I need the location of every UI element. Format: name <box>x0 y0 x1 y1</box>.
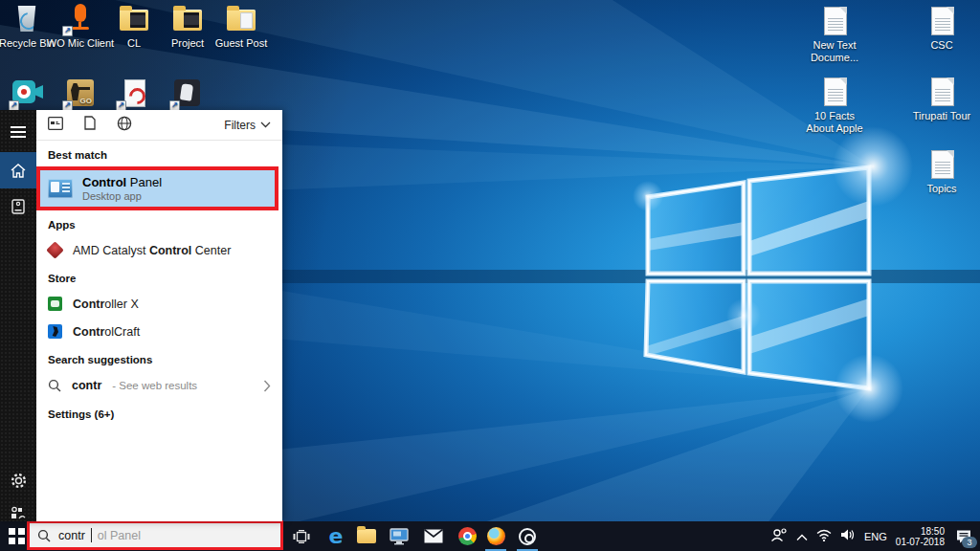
windows-desktop-screen: Recycle Bin ↗ WO Mic Client CL Project G… <box>0 0 980 551</box>
globe-icon <box>117 116 132 131</box>
search-home-button[interactable] <box>0 152 36 188</box>
action-center-button[interactable]: 3 <box>953 526 974 547</box>
folder-icon <box>173 10 202 31</box>
desktop-icon-10-facts[interactable]: 10 Facts About Apple <box>798 77 871 134</box>
notification-badge: 3 <box>962 537 977 548</box>
search-icon <box>37 529 51 542</box>
taskbar: contr ol Panel e <box>0 521 980 551</box>
annotation-red-box: Control Panel Desktop app <box>36 166 278 210</box>
result-label: ControlCraft <box>73 325 140 339</box>
taskbar-chrome-button[interactable] <box>453 521 481 551</box>
mail-icon <box>424 529 443 543</box>
text-caret <box>91 528 92 542</box>
search-inline-completion: ol Panel <box>98 529 141 542</box>
chevron-down-icon <box>260 121 271 128</box>
result-controller-x[interactable]: Controller X <box>36 290 282 318</box>
desktop-icon-label: Topics <box>905 183 978 195</box>
home-icon <box>11 164 26 178</box>
result-control-panel[interactable]: Control Panel Desktop app <box>40 170 275 207</box>
controller-x-icon <box>48 297 62 311</box>
search-settings-button[interactable] <box>0 462 36 498</box>
desktop-icon-label: New Text Docume... <box>798 39 871 63</box>
text-document-icon <box>824 7 847 35</box>
suggestion-contr[interactable]: contr - See web results <box>36 371 282 400</box>
desktop-icon-guest-post[interactable]: Guest Post <box>205 4 278 50</box>
pdf-file-icon <box>124 79 145 107</box>
search-notebook-button[interactable] <box>0 188 36 225</box>
firefox-icon <box>487 527 505 545</box>
search-feedback-button[interactable] <box>0 495 36 531</box>
desktop-icon-label: Guest Post <box>205 37 278 50</box>
clock[interactable]: 18:50 01-07-2018 <box>896 526 945 547</box>
notebook-icon <box>11 199 25 214</box>
desktop-icon-label: 10 Facts About Apple <box>798 110 871 134</box>
language-indicator[interactable]: ENG <box>864 531 887 542</box>
result-subtitle: Desktop app <box>82 190 162 202</box>
text-document-icon <box>931 77 954 106</box>
show-hidden-icons-button[interactable] <box>796 528 808 545</box>
edge-browser-icon: e <box>329 527 344 546</box>
result-controlcraft[interactable]: ControlCraft <box>36 318 282 345</box>
chevron-up-icon <box>796 534 808 541</box>
section-best-match: Best match <box>36 141 282 166</box>
desktop-icon-topics[interactable]: Topics <box>905 149 978 195</box>
network-button[interactable] <box>816 528 832 545</box>
tray-date: 01-07-2018 <box>896 537 945 547</box>
amd-catalyst-icon <box>46 241 63 258</box>
section-apps: Apps <box>36 210 282 236</box>
desktop-icon-label: CSC <box>905 39 978 52</box>
section-store: Store <box>36 264 282 290</box>
taskbar-firefox-button[interactable] <box>481 521 510 551</box>
gear-icon <box>11 473 27 489</box>
result-label: Controller X <box>73 298 139 311</box>
hamburger-menu-button[interactable] <box>0 114 36 150</box>
filter-apps-button[interactable] <box>48 117 63 134</box>
taskbar-edge-button[interactable]: e <box>322 521 350 551</box>
wifi-icon <box>816 529 832 541</box>
shortcut-arrow-icon: ↗ <box>62 26 73 36</box>
controlcraft-icon <box>48 324 62 339</box>
folder-icon <box>227 10 256 31</box>
search-typed-text: contr <box>58 529 85 542</box>
control-panel-icon <box>48 179 73 198</box>
chevron-right-icon <box>263 380 271 392</box>
task-view-icon <box>293 530 310 543</box>
section-search-suggestions: Search suggestions <box>36 345 282 371</box>
system-tray: ENG 18:50 01-07-2018 3 <box>770 521 980 551</box>
screen-recorder-app-icon <box>519 528 536 545</box>
desktop-icon-csc[interactable]: CSC <box>905 6 978 52</box>
result-title: Control Panel <box>82 175 162 189</box>
desktop-icon-game-shield[interactable]: ↗ <box>151 78 224 112</box>
desktop-icon-new-text-document[interactable]: New Text Docume... <box>798 6 871 63</box>
taskbar-search-box[interactable]: contr ol Panel <box>27 520 283 550</box>
recycle-bin-icon <box>16 6 37 32</box>
hamburger-icon <box>11 126 26 138</box>
task-view-button[interactable] <box>287 521 316 551</box>
taskbar-this-pc-button[interactable] <box>385 521 413 551</box>
microphone-icon <box>75 4 86 22</box>
computer-icon <box>390 528 409 545</box>
section-settings: Settings (6+) <box>36 400 282 426</box>
file-explorer-icon <box>357 529 376 543</box>
people-button[interactable] <box>770 527 788 546</box>
result-amd-catalyst[interactable]: AMD Catalyst Control Center <box>36 236 282 264</box>
filters-dropdown[interactable]: Filters <box>224 119 271 132</box>
text-document-icon <box>824 77 847 106</box>
desktop-icon-label: Tirupati Tour <box>905 110 978 122</box>
desktop-icon-tirupati-tour[interactable]: Tirupati Tour <box>905 77 978 122</box>
text-document-icon <box>931 150 954 179</box>
taskbar-recorder-button[interactable] <box>513 521 542 551</box>
result-label: AMD Catalyst Control Center <box>73 244 231 257</box>
start-search-flyout: Filters Best match Control Panel Desktop… <box>0 110 282 521</box>
search-flyout-rail <box>0 110 36 521</box>
filter-documents-button[interactable] <box>84 116 96 134</box>
filter-web-button[interactable] <box>117 116 132 135</box>
text-document-icon <box>931 7 954 35</box>
search-icon <box>48 379 61 392</box>
taskbar-file-explorer-button[interactable] <box>352 521 381 551</box>
volume-button[interactable] <box>840 528 856 545</box>
document-filter-icon <box>84 116 96 130</box>
search-filter-bar: Filters <box>36 110 282 140</box>
taskbar-mail-button[interactable] <box>419 521 448 551</box>
folder-icon <box>120 10 148 31</box>
